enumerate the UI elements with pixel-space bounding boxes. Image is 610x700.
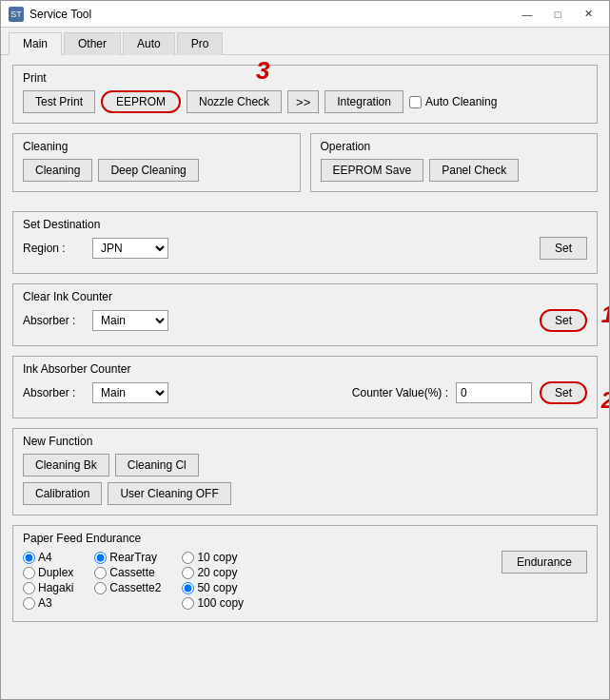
radio-20copy[interactable]: 20 copy (182, 566, 244, 579)
title-bar-left: ST Service Tool (9, 7, 91, 22)
radio-duplex[interactable]: Duplex (23, 566, 73, 579)
clear-ink-row: Absorber : Main Set (23, 309, 587, 332)
panel-check-button[interactable]: Panel Check (429, 159, 519, 182)
absorber-select-2[interactable]: Main (92, 382, 168, 403)
clear-ink-label: Clear Ink Counter (23, 290, 587, 303)
ink-absorber-label: Ink Absorber Counter (23, 362, 587, 376)
set-destination-section: Set Destination Region : JPN Set (12, 211, 598, 274)
auto-cleaning-checkbox-label[interactable]: Auto Cleaning (409, 95, 497, 108)
radio-50copy-input[interactable] (182, 582, 194, 594)
set-destination-button[interactable]: Set (540, 237, 587, 260)
window-title: Service Tool (30, 8, 91, 21)
radio-duplex-input[interactable] (23, 567, 35, 579)
cleaning-button[interactable]: Cleaning (23, 159, 92, 182)
radio-50copy-label: 50 copy (197, 581, 237, 594)
radio-reartray-label: RearTray (109, 551, 157, 564)
minimize-button[interactable]: — (514, 5, 541, 24)
arrow-button[interactable]: >> (287, 90, 319, 113)
eeprom-button[interactable]: EEPROM (101, 90, 181, 113)
radio-hagaki-input[interactable] (23, 582, 35, 594)
radio-100copy-label: 100 copy (197, 596, 244, 610)
paper-type-column: A4 Duplex Hagaki A3 (23, 551, 73, 612)
counter-value-input[interactable] (456, 382, 532, 403)
tab-bar: Main Other Auto Pro (1, 28, 609, 55)
title-controls: — □ ✕ (514, 5, 601, 24)
maximize-button[interactable]: □ (544, 5, 571, 24)
radio-reartray[interactable]: RearTray (94, 551, 161, 564)
radio-10copy-input[interactable] (182, 552, 194, 564)
paper-feed-inner: A4 Duplex Hagaki A3 (23, 551, 587, 612)
counter-label: Counter Value(%) : (352, 386, 448, 399)
annotation-2: 2 (601, 387, 609, 414)
radio-cassette-label: Cassette (109, 566, 154, 579)
radio-50copy[interactable]: 50 copy (182, 581, 244, 594)
annotation-3: 3 (256, 56, 269, 86)
new-function-label: New Function (23, 435, 587, 448)
paper-feed-section: Paper Feed Endurance A4 Duplex Hagaki (12, 525, 598, 622)
operation-buttons: EEPROM Save Panel Check (321, 159, 588, 182)
endurance-container: Endurance (502, 551, 587, 574)
app-icon: ST (9, 7, 24, 22)
endurance-button[interactable]: Endurance (502, 551, 587, 574)
set-destination-row: Region : JPN Set (23, 237, 587, 260)
radio-hagaki-label: Hagaki (38, 581, 73, 594)
radio-a4[interactable]: A4 (23, 551, 73, 564)
set-destination-label: Set Destination (23, 218, 587, 231)
ink-absorber-counter-section: Ink Absorber Counter Absorber : Main Cou… (12, 356, 598, 418)
radio-cassette-input[interactable] (94, 567, 107, 579)
cleaning-row: Cleaning Bk Cleaning Cl (23, 454, 587, 476)
copy-column: 10 copy 20 copy 50 copy 100 copy (182, 551, 244, 612)
tab-pro[interactable]: Pro (177, 32, 224, 55)
new-function-section: New Function Cleaning Bk Cleaning Cl Cal… (12, 428, 598, 515)
close-button[interactable]: ✕ (575, 5, 601, 24)
radio-10copy[interactable]: 10 copy (182, 551, 244, 564)
paper-feed-label: Paper Feed Endurance (23, 532, 587, 545)
absorber-select-1[interactable]: Main (92, 310, 168, 331)
radio-100copy-input[interactable] (182, 597, 194, 610)
ink-absorber-set-button[interactable]: Set (540, 381, 587, 404)
radio-a3-label: A3 (38, 596, 52, 610)
region-select[interactable]: JPN (92, 238, 168, 259)
cleaning-section: Cleaning Cleaning Deep Cleaning (12, 133, 301, 192)
radio-hagaki[interactable]: Hagaki (23, 581, 73, 594)
cleaning-section-label: Cleaning (23, 140, 290, 153)
radio-cassette[interactable]: Cassette (94, 566, 161, 579)
radio-a3[interactable]: A3 (23, 596, 73, 610)
absorber-label-2: Absorber : (23, 386, 85, 399)
radio-20copy-label: 20 copy (197, 566, 237, 579)
radio-cassette2-label: Cassette2 (109, 581, 161, 594)
cleaning-cl-button[interactable]: Cleaning Cl (115, 454, 199, 476)
radio-a4-input[interactable] (23, 552, 35, 564)
eeprom-save-button[interactable]: EEPROM Save (321, 159, 424, 182)
test-print-button[interactable]: Test Print (23, 90, 95, 113)
tab-main[interactable]: Main (9, 32, 62, 55)
radio-a3-input[interactable] (23, 597, 35, 610)
user-cleaning-off-button[interactable]: User Cleaning OFF (108, 482, 230, 505)
nozzle-check-button[interactable]: Nozzle Check (187, 90, 282, 113)
radio-cassette2[interactable]: Cassette2 (94, 581, 161, 594)
tab-auto[interactable]: Auto (123, 32, 175, 55)
cleaning-operation-row: Cleaning Cleaning Deep Cleaning Operatio… (12, 133, 598, 202)
cleaning-buttons: Cleaning Deep Cleaning (23, 159, 290, 182)
radio-100copy[interactable]: 100 copy (182, 596, 244, 610)
new-function-row-1: Cleaning Bk Cleaning Cl (23, 454, 587, 476)
region-label: Region : (23, 242, 85, 255)
deep-cleaning-button[interactable]: Deep Cleaning (98, 159, 198, 182)
clear-ink-counter-section: Clear Ink Counter Absorber : Main Set 1 (12, 283, 598, 346)
operation-section: Operation EEPROM Save Panel Check (310, 133, 599, 192)
cleaning-bk-button[interactable]: Cleaning Bk (23, 454, 109, 476)
radio-20copy-input[interactable] (182, 567, 194, 579)
radio-reartray-input[interactable] (94, 552, 107, 564)
tab-other[interactable]: Other (64, 32, 121, 55)
calibration-button[interactable]: Calibration (23, 482, 102, 505)
print-buttons-row: Test Print EEPROM Nozzle Check >> Integr… (23, 90, 587, 113)
integration-button[interactable]: Integration (325, 90, 403, 113)
print-section: Print Test Print EEPROM Nozzle Check >> … (12, 65, 598, 124)
annotation-1: 1 (601, 301, 609, 328)
auto-cleaning-checkbox[interactable] (409, 96, 422, 108)
radio-cassette2-input[interactable] (94, 582, 107, 594)
radio-duplex-label: Duplex (38, 566, 73, 579)
main-content: Print Test Print EEPROM Nozzle Check >> … (1, 55, 609, 699)
operation-label: Operation (321, 140, 588, 153)
clear-ink-set-button[interactable]: Set (540, 309, 587, 332)
